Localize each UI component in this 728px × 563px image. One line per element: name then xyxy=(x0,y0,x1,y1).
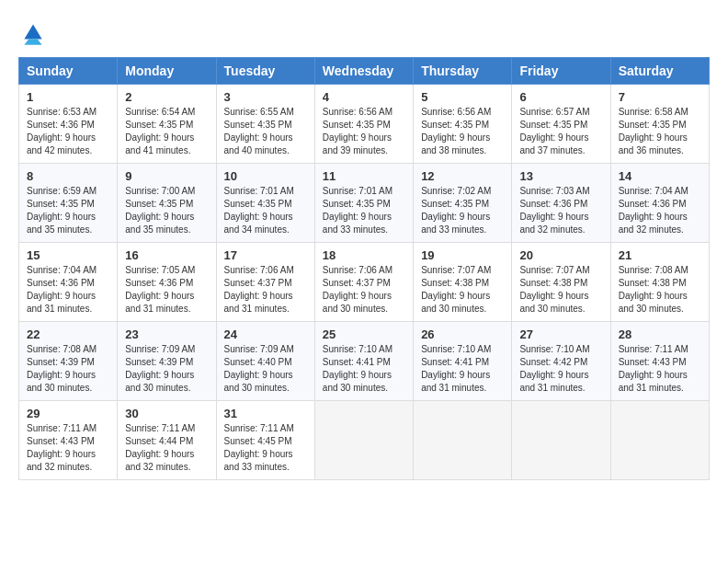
calendar-cell: 10 Sunrise: 7:01 AMSunset: 4:35 PMDaylig… xyxy=(216,164,314,243)
day-info: Sunrise: 7:01 AMSunset: 4:35 PMDaylight:… xyxy=(323,185,405,236)
calendar-cell: 25 Sunrise: 7:10 AMSunset: 4:41 PMDaylig… xyxy=(314,322,413,401)
day-info: Sunrise: 7:08 AMSunset: 4:38 PMDaylight:… xyxy=(619,264,701,316)
calendar-cell: 8 Sunrise: 6:59 AMSunset: 4:35 PMDayligh… xyxy=(19,164,118,243)
day-info: Sunrise: 7:08 AMSunset: 4:39 PMDaylight:… xyxy=(27,343,109,395)
day-info: Sunrise: 7:10 AMSunset: 4:41 PMDaylight:… xyxy=(323,343,405,395)
calendar-cell: 4 Sunrise: 6:56 AMSunset: 4:35 PMDayligh… xyxy=(314,85,413,164)
calendar-cell: 24 Sunrise: 7:09 AMSunset: 4:40 PMDaylig… xyxy=(216,322,314,401)
calendar-cell: 28 Sunrise: 7:11 AMSunset: 4:43 PMDaylig… xyxy=(610,322,709,401)
calendar-week-2: 8 Sunrise: 6:59 AMSunset: 4:35 PMDayligh… xyxy=(19,164,710,243)
weekday-header-wednesday: Wednesday xyxy=(314,58,413,85)
calendar-cell: 12 Sunrise: 7:02 AMSunset: 4:35 PMDaylig… xyxy=(414,164,512,243)
day-number: 25 xyxy=(323,327,405,341)
calendar-cell: 15 Sunrise: 7:04 AMSunset: 4:36 PMDaylig… xyxy=(19,243,118,322)
calendar-cell: 7 Sunrise: 6:58 AMSunset: 4:35 PMDayligh… xyxy=(610,85,709,164)
calendar-cell: 13 Sunrise: 7:03 AMSunset: 4:36 PMDaylig… xyxy=(512,164,610,243)
calendar-cell: 18 Sunrise: 7:06 AMSunset: 4:37 PMDaylig… xyxy=(314,243,413,322)
day-number: 22 xyxy=(27,327,109,341)
calendar-cell: 3 Sunrise: 6:55 AMSunset: 4:35 PMDayligh… xyxy=(216,85,314,164)
day-info: Sunrise: 6:56 AMSunset: 4:35 PMDaylight:… xyxy=(421,106,504,157)
calendar-cell: 9 Sunrise: 7:00 AMSunset: 4:35 PMDayligh… xyxy=(118,164,216,243)
day-number: 31 xyxy=(224,407,307,420)
day-info: Sunrise: 7:11 AMSunset: 4:45 PMDaylight:… xyxy=(224,422,307,474)
day-number: 5 xyxy=(421,90,504,104)
calendar-week-5: 29 Sunrise: 7:11 AMSunset: 4:43 PMDaylig… xyxy=(19,401,710,480)
day-info: Sunrise: 7:07 AMSunset: 4:38 PMDaylight:… xyxy=(421,264,504,316)
day-number: 28 xyxy=(619,327,701,341)
calendar-cell: 11 Sunrise: 7:01 AMSunset: 4:35 PMDaylig… xyxy=(314,164,413,243)
day-number: 1 xyxy=(27,90,109,104)
calendar-week-1: 1 Sunrise: 6:53 AMSunset: 4:36 PMDayligh… xyxy=(19,85,710,164)
day-info: Sunrise: 7:05 AMSunset: 4:36 PMDaylight:… xyxy=(125,264,208,316)
day-number: 23 xyxy=(125,327,208,341)
day-info: Sunrise: 6:55 AMSunset: 4:35 PMDaylight:… xyxy=(224,106,307,157)
day-number: 27 xyxy=(519,327,602,341)
calendar-week-4: 22 Sunrise: 7:08 AMSunset: 4:39 PMDaylig… xyxy=(19,322,710,401)
day-info: Sunrise: 6:59 AMSunset: 4:35 PMDaylight:… xyxy=(27,185,109,236)
calendar-cell: 2 Sunrise: 6:54 AMSunset: 4:35 PMDayligh… xyxy=(118,85,216,164)
calendar-cell: 1 Sunrise: 6:53 AMSunset: 4:36 PMDayligh… xyxy=(19,85,118,164)
day-info: Sunrise: 7:11 AMSunset: 4:44 PMDaylight:… xyxy=(125,422,208,474)
day-info: Sunrise: 7:04 AMSunset: 4:36 PMDaylight:… xyxy=(619,185,701,236)
weekday-header-thursday: Thursday xyxy=(414,58,512,85)
day-number: 13 xyxy=(519,169,602,183)
calendar-cell: 17 Sunrise: 7:06 AMSunset: 4:37 PMDaylig… xyxy=(216,243,314,322)
weekday-header-sunday: Sunday xyxy=(19,58,118,85)
calendar-cell: 29 Sunrise: 7:11 AMSunset: 4:43 PMDaylig… xyxy=(19,401,118,480)
calendar-cell: 22 Sunrise: 7:08 AMSunset: 4:39 PMDaylig… xyxy=(19,322,118,401)
day-number: 10 xyxy=(224,169,307,183)
day-info: Sunrise: 6:53 AMSunset: 4:36 PMDaylight:… xyxy=(27,106,109,157)
day-info: Sunrise: 7:03 AMSunset: 4:36 PMDaylight:… xyxy=(519,185,602,236)
day-number: 19 xyxy=(421,248,504,262)
weekday-header-friday: Friday xyxy=(512,58,610,85)
day-info: Sunrise: 7:01 AMSunset: 4:35 PMDaylight:… xyxy=(224,185,307,236)
day-number: 9 xyxy=(125,169,208,183)
day-number: 29 xyxy=(27,407,109,420)
day-number: 6 xyxy=(519,90,602,104)
day-number: 16 xyxy=(125,248,208,262)
day-info: Sunrise: 7:09 AMSunset: 4:39 PMDaylight:… xyxy=(125,343,208,395)
day-number: 15 xyxy=(27,248,109,262)
day-number: 24 xyxy=(224,327,307,341)
calendar-header-row: SundayMondayTuesdayWednesdayThursdayFrid… xyxy=(19,58,710,85)
day-info: Sunrise: 7:10 AMSunset: 4:41 PMDaylight:… xyxy=(421,343,504,395)
day-number: 14 xyxy=(619,169,701,183)
calendar-cell: 23 Sunrise: 7:09 AMSunset: 4:39 PMDaylig… xyxy=(118,322,216,401)
calendar-week-3: 15 Sunrise: 7:04 AMSunset: 4:36 PMDaylig… xyxy=(19,243,710,322)
logo xyxy=(18,18,51,48)
calendar-cell: 16 Sunrise: 7:05 AMSunset: 4:36 PMDaylig… xyxy=(118,243,216,322)
calendar-cell xyxy=(512,401,610,480)
calendar-cell: 20 Sunrise: 7:07 AMSunset: 4:38 PMDaylig… xyxy=(512,243,610,322)
calendar-cell: 5 Sunrise: 6:56 AMSunset: 4:35 PMDayligh… xyxy=(414,85,512,164)
calendar-cell: 27 Sunrise: 7:10 AMSunset: 4:42 PMDaylig… xyxy=(512,322,610,401)
day-number: 30 xyxy=(125,407,208,420)
day-number: 12 xyxy=(421,169,504,183)
calendar-cell: 31 Sunrise: 7:11 AMSunset: 4:45 PMDaylig… xyxy=(216,401,314,480)
day-info: Sunrise: 7:11 AMSunset: 4:43 PMDaylight:… xyxy=(27,422,109,474)
calendar-cell xyxy=(610,401,709,480)
day-info: Sunrise: 7:07 AMSunset: 4:38 PMDaylight:… xyxy=(519,264,602,316)
day-info: Sunrise: 7:02 AMSunset: 4:35 PMDaylight:… xyxy=(421,185,504,236)
day-number: 2 xyxy=(125,90,208,104)
calendar-cell: 6 Sunrise: 6:57 AMSunset: 4:35 PMDayligh… xyxy=(512,85,610,164)
day-number: 20 xyxy=(519,248,602,262)
day-number: 17 xyxy=(224,248,307,262)
page-header xyxy=(18,18,710,48)
day-number: 21 xyxy=(619,248,701,262)
calendar-cell: 30 Sunrise: 7:11 AMSunset: 4:44 PMDaylig… xyxy=(118,401,216,480)
calendar-cell: 14 Sunrise: 7:04 AMSunset: 4:36 PMDaylig… xyxy=(610,164,709,243)
day-number: 11 xyxy=(323,169,405,183)
calendar-cell: 19 Sunrise: 7:07 AMSunset: 4:38 PMDaylig… xyxy=(414,243,512,322)
logo-icon xyxy=(18,18,48,48)
day-info: Sunrise: 6:58 AMSunset: 4:35 PMDaylight:… xyxy=(619,106,701,157)
day-number: 8 xyxy=(27,169,109,183)
day-number: 3 xyxy=(224,90,307,104)
day-info: Sunrise: 7:06 AMSunset: 4:37 PMDaylight:… xyxy=(224,264,307,316)
day-info: Sunrise: 7:04 AMSunset: 4:36 PMDaylight:… xyxy=(27,264,109,316)
day-number: 18 xyxy=(323,248,405,262)
weekday-header-tuesday: Tuesday xyxy=(216,58,314,85)
day-info: Sunrise: 7:10 AMSunset: 4:42 PMDaylight:… xyxy=(519,343,602,395)
day-info: Sunrise: 7:09 AMSunset: 4:40 PMDaylight:… xyxy=(224,343,307,395)
day-info: Sunrise: 7:06 AMSunset: 4:37 PMDaylight:… xyxy=(323,264,405,316)
day-info: Sunrise: 6:56 AMSunset: 4:35 PMDaylight:… xyxy=(323,106,405,157)
